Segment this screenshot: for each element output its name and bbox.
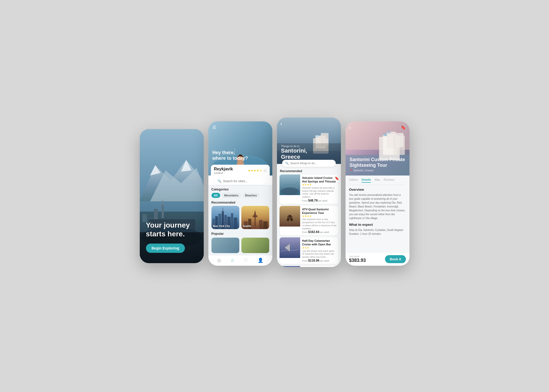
splash-tagline: Your journey starts here. [146, 221, 198, 238]
svg-rect-37 [263, 221, 268, 229]
featured-bookmark-icon[interactable]: ⊟ [264, 169, 267, 173]
book-it-button[interactable]: Book It [385, 255, 406, 263]
bottom-navigation: ◎ ⌂ ♡ 👤 [208, 255, 272, 266]
price-label: Your price [349, 255, 366, 258]
svg-rect-27 [223, 208, 223, 214]
begin-exploring-button[interactable]: Begin Exploring [146, 244, 185, 253]
featured-city-name: Reykjavik [214, 167, 233, 171]
category-mountains[interactable]: Mountains [222, 193, 241, 198]
home-hero: ☰ Hey there, where to today? Reykjavik I… [208, 121, 272, 176]
activity-card-2[interactable]: ATV-Quad Santorini Experience Tour ★★★★ … [280, 206, 338, 235]
activity-info-4: Santorini Custom Private Sightseeing Tou… [302, 266, 338, 267]
svg-rect-65 [396, 133, 404, 147]
recommended-label: Recommended [211, 201, 269, 204]
tour-price: $383.93 [349, 258, 366, 263]
search-icon: 🔍 [218, 179, 222, 183]
tour-hero: ‹ 🔖 Santorini Custom Private Sightseeing… [346, 121, 409, 176]
nav-profile-icon[interactable]: 👤 [258, 257, 263, 263]
activity-info-1: Volcanic Island Cruise: Hot Springs and … [302, 174, 338, 204]
nav-bookmark-icon[interactable]: ♡ [244, 257, 248, 263]
seattle-label: Seattle [243, 225, 251, 228]
svg-rect-6 [142, 214, 147, 222]
activity-image-1 [280, 174, 300, 195]
city-search-input[interactable] [223, 179, 263, 183]
svg-rect-49 [289, 215, 291, 217]
activity-image-3 [280, 237, 300, 258]
featured-city-country: Iceland [214, 171, 233, 174]
tour-back-button[interactable]: ‹ [349, 125, 351, 130]
dest-card-seattle[interactable]: Seattle [241, 206, 269, 229]
expect-title: What to expect [349, 223, 406, 227]
activity-card-4[interactable]: Santorini Custom Private Sightseeing Tou… [280, 266, 338, 267]
svg-rect-25 [231, 213, 233, 229]
menu-icon[interactable]: ☰ [212, 125, 216, 130]
categories-label: Categories [211, 187, 269, 191]
svg-rect-30 [255, 216, 256, 226]
tab-gallery[interactable]: Gallery [349, 178, 358, 183]
activities-search-input[interactable] [290, 162, 333, 165]
popular-destinations [208, 238, 272, 253]
tab-details[interactable]: Details [362, 178, 371, 183]
showcase-container: Your journey starts here. Begin Explorin… [129, 110, 420, 282]
overview-title: Overview [349, 188, 406, 191]
back-button[interactable]: ‹ [281, 121, 282, 127]
svg-rect-26 [234, 218, 237, 229]
svg-point-63 [387, 131, 391, 133]
nyc-label: New York City [213, 225, 230, 228]
category-filters: All Mountains Beaches [208, 193, 272, 198]
activity-image-4 [280, 266, 300, 267]
svg-rect-36 [259, 220, 263, 229]
activity-card-1[interactable]: Volcanic Island Cruise: Hot Springs and … [280, 174, 338, 204]
svg-point-51 [290, 219, 293, 221]
phone-destination: ‹ Things to do in Santorini,Greece 🔍 Rec… [277, 118, 341, 267]
tour-bookmark-button[interactable]: 🔖 [401, 125, 406, 130]
activities-recommended-label: Recommended [280, 169, 338, 173]
popular-card-1[interactable] [211, 238, 239, 253]
popular-card-2[interactable] [241, 238, 269, 253]
svg-rect-8 [154, 209, 158, 219]
tab-reviews[interactable]: Reviews [384, 178, 395, 183]
activity-price-2: From $162.64 per adult [302, 230, 337, 234]
dest-card-nyc[interactable]: New York City [211, 206, 239, 229]
category-all[interactable]: All [211, 193, 220, 198]
expect-text: Stop at Oia, Santorini, Cyclades, South … [349, 228, 406, 236]
tour-title: Santorini Custom Private Sightseeing Tou… [350, 157, 405, 168]
svg-point-50 [287, 219, 289, 221]
svg-point-46 [281, 187, 299, 195]
activity-info-2: ATV-Quad Santorini Experience Tour ★★★★ … [302, 206, 338, 235]
phone-home: ☰ Hey there, where to today? Reykjavik I… [208, 121, 272, 266]
tour-price-bar: Your price $383.93 Book It [346, 252, 409, 266]
nav-home-icon[interactable]: ⌂ [231, 257, 234, 263]
home-greeting: Hey there, where to today? [212, 150, 248, 161]
svg-rect-9 [162, 205, 164, 218]
svg-rect-53 [280, 266, 300, 267]
tour-content: Gallery Details Map Reviews Overview You… [346, 176, 409, 238]
popular-label: Popular [211, 232, 269, 236]
tab-map[interactable]: Map [374, 178, 380, 183]
phone-splash: Your journey starts here. Begin Explorin… [140, 129, 204, 263]
phone-tour-detail: ‹ 🔖 Santorini Custom Private Sightseeing… [346, 121, 409, 266]
tour-location: 📍 Santorini, Greece [350, 169, 405, 172]
tour-tabs: Gallery Details Map Reviews [349, 178, 406, 185]
city-search-bar[interactable]: 🔍 [215, 178, 266, 185]
svg-point-42 [315, 135, 319, 137]
category-beaches[interactable]: Beaches [243, 193, 259, 198]
overview-text: You will receive personalized attention … [349, 193, 406, 220]
search-icon: 🔍 [285, 162, 289, 165]
splash-content: Your journey starts here. Begin Explorin… [146, 221, 198, 253]
tour-hero-content: Santorini Custom Private Sightseeing Tou… [350, 157, 405, 172]
destination-hero-label: Things to do in Santorini,Greece [281, 145, 307, 160]
recommended-destinations: New York City [208, 206, 272, 229]
nav-explore-icon[interactable]: ◎ [217, 257, 221, 263]
featured-city-stars: ★★★★½ [248, 169, 262, 172]
destination-hero: ‹ Things to do in Santorini,Greece [277, 118, 341, 164]
activity-info-3: Half-Day Catamartan Cruise with Open Bar… [302, 237, 338, 264]
price-section: Your price $383.93 [349, 255, 366, 263]
activities-search[interactable]: 🔍 [282, 160, 336, 167]
activity-price-1: From $48.79 per adult [302, 199, 337, 202]
activity-image-2 [280, 206, 300, 227]
activity-price-3: From $118.96 per adult [302, 259, 337, 262]
activity-card-3[interactable]: Half-Day Catamartan Cruise with Open Bar… [280, 237, 338, 264]
